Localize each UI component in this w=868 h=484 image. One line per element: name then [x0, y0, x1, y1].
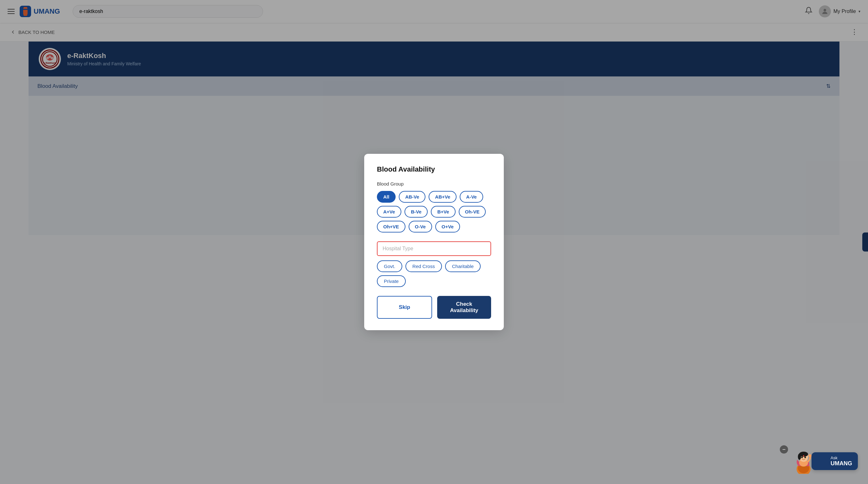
ask-umang-widget[interactable]: −	[793, 449, 858, 474]
blood-group-btn-ab-ve[interactable]: AB+Ve	[429, 191, 457, 203]
blood-group-btn-oh-ve[interactable]: Oh-VE	[459, 206, 486, 218]
modal-title: Blood Availability	[377, 165, 491, 173]
blood-group-btn-b-ve[interactable]: B-Ve	[404, 206, 428, 218]
blood-group-btn-all[interactable]: All	[377, 191, 396, 203]
svg-point-18	[808, 454, 811, 457]
modal-overlay: Blood Availability Blood Group AllAB-VeA…	[0, 0, 868, 484]
check-availability-button[interactable]: Check Availability	[437, 296, 491, 319]
skip-button[interactable]: Skip	[377, 296, 432, 319]
hospital-type-btn-charitable[interactable]: Charitable	[445, 260, 480, 272]
minimize-button[interactable]: −	[780, 445, 788, 454]
svg-point-14	[798, 454, 801, 460]
blood-group-btn-o-ve[interactable]: O+Ve	[435, 221, 460, 232]
blood-group-btn-oh-ve[interactable]: Oh+VE	[377, 221, 405, 232]
blood-group-btn-ab-ve[interactable]: AB-Ve	[399, 191, 426, 203]
blood-group-btn-o-ve[interactable]: O-Ve	[409, 221, 432, 232]
blood-group-grid: AllAB-VeAB+VeA-VeA+VeB-VeB+VeOh-VEOh+VEO…	[377, 191, 491, 232]
svg-point-17	[805, 457, 806, 458]
umang-character-illustration	[793, 449, 815, 474]
ask-umang-label: Ask UMANG	[831, 455, 852, 467]
svg-point-16	[801, 457, 803, 458]
svg-point-15	[803, 455, 804, 456]
blood-group-btn-a-ve[interactable]: A+Ve	[377, 206, 401, 218]
modal-actions: Skip Check Availability	[377, 296, 491, 319]
hospital-type-buttons: Govt.Red CrossCharitablePrivate	[377, 260, 491, 287]
hospital-type-btn-red-cross[interactable]: Red Cross	[405, 260, 442, 272]
blood-group-btn-b-ve[interactable]: B+Ve	[431, 206, 455, 218]
blood-group-btn-a-ve[interactable]: A-Ve	[460, 191, 483, 203]
hospital-type-btn-private[interactable]: Private	[377, 275, 406, 287]
blood-availability-modal: Blood Availability Blood Group AllAB-VeA…	[364, 154, 504, 330]
ask-umang-button[interactable]: Ask UMANG	[811, 452, 858, 470]
blood-group-label: Blood Group	[377, 181, 491, 187]
hospital-type-btn-govt-[interactable]: Govt.	[377, 260, 402, 272]
hospital-type-label: Hospital Type	[377, 241, 491, 256]
hospital-type-section: Hospital Type Govt.Red CrossCharitablePr…	[377, 241, 491, 287]
